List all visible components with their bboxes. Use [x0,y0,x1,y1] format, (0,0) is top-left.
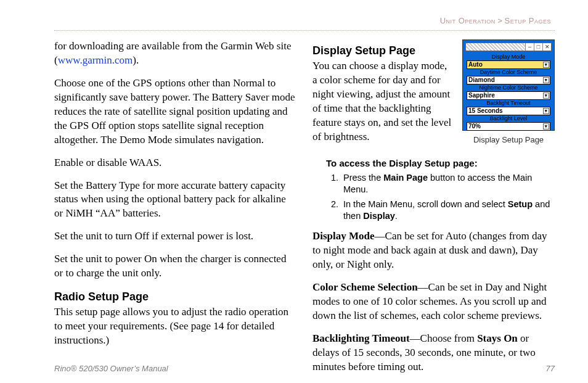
window-close-icon: ✕ [542,43,551,51]
para-power-on: Set the unit to power On when the charge… [54,252,296,281]
display-setup-heading: Display Setup Page [312,43,454,58]
instructions-list: Press the Main Page button to access the… [341,172,555,222]
display-setup-figure: – □ ✕ Display Mode Auto▾ Daytime Color S… [462,39,555,153]
field-label: Backlight Level [467,115,550,122]
para-gps: Choose one of the GPS options other than… [54,76,296,147]
dropdown-icon: ▾ [543,108,549,114]
step-2: In the Main Menu, scroll down and select… [341,199,555,222]
para-radio: This setup page allows you to adjust the… [54,305,296,348]
para-battery-type: Set the Battery Type for more accurate b… [54,179,296,221]
backlight-level-field: 70%▾ [467,122,550,131]
para-waas: Enable or disable WAAS. [54,156,296,170]
para-display-intro: You can choose a display mode, a color s… [312,59,454,144]
footer-manual-title: Rino® 520/530 Owner’s Manual [54,364,168,373]
left-column: for downloading are available from the G… [54,39,296,382]
breadcrumb-sub: Setup Pages [505,16,551,25]
night-scheme-field: Sapphire▾ [467,91,550,100]
para-color-scheme: Color Scheme Selection—Can be set in Day… [312,281,555,323]
display-mode-field: Auto▾ [467,60,550,69]
instructions-heading: To access the Display Setup page: [326,158,555,170]
field-label: Backlight Timeout [467,100,550,107]
para-power-off: Set the unit to turn Off if external pow… [54,229,296,244]
figure-caption: Display Setup Page [462,134,555,146]
dropdown-icon: ▾ [543,93,549,99]
field-label: Daytime Color Scheme [467,69,550,76]
dropdown-icon: ▾ [543,62,549,68]
para-display-mode: Display Mode—Can be set for Auto (change… [312,229,555,272]
step-1: Press the Main Page button to access the… [341,172,555,196]
breadcrumb-sep: > [497,16,502,25]
window-max-icon: □ [534,43,542,51]
field-label: Display Mode [467,54,550,60]
para-download: for downloading are available from the G… [54,39,296,68]
page-number: 77 [546,364,555,373]
header-divider [54,30,555,31]
day-scheme-field: Diamond▾ [467,76,550,84]
dropdown-icon: ▾ [543,77,549,83]
dropdown-icon: ▾ [543,123,549,130]
right-column: Display Setup Page You can choose a disp… [312,39,555,382]
page-footer: Rino® 520/530 Owner’s Manual 77 [54,364,555,373]
device-screenshot: – □ ✕ Display Mode Auto▾ Daytime Color S… [462,39,555,131]
radio-setup-heading: Radio Setup Page [54,289,296,304]
window-min-icon: – [525,43,534,51]
field-label: Nightime Color Scheme [467,84,550,91]
garmin-link[interactable]: www.garmin.com [58,54,133,66]
device-titlebar: – □ ✕ [465,43,552,51]
breadcrumb-section: Unit Operation [440,16,496,25]
breadcrumb: Unit Operation > Setup Pages [54,16,555,28]
backlight-timeout-field: 15 Seconds▾ [467,107,550,115]
